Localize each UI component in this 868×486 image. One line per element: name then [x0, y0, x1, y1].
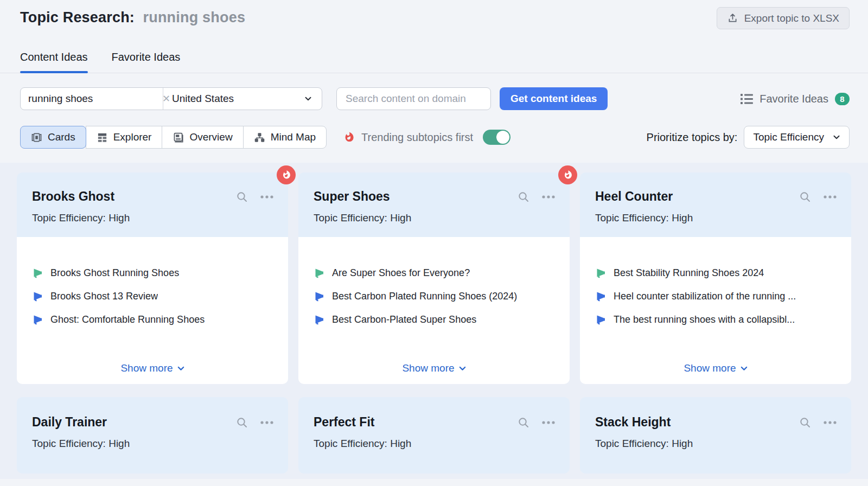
list-icon: [741, 93, 753, 105]
headline-text: Are Super Shoes for Everyone?: [332, 267, 470, 279]
headline-item[interactable]: Best Carbon-Plated Super Shoes: [314, 314, 556, 325]
show-more-link[interactable]: Show more: [402, 362, 467, 374]
view-overview-button[interactable]: Overview: [162, 126, 243, 149]
headline-item[interactable]: Brooks Ghost 13 Review: [32, 291, 274, 302]
search-filter-row: ✕ United States Get content ideas Favori…: [20, 87, 850, 110]
megaphone-icon: [314, 291, 325, 302]
trending-subtopics-toggle[interactable]: [483, 130, 510, 145]
view-cards-label: Cards: [48, 131, 75, 143]
megaphone-icon: [595, 291, 607, 302]
search-icon[interactable]: [518, 191, 529, 203]
show-more-label: Show more: [120, 362, 173, 374]
chevron-down-icon: [303, 94, 313, 104]
topic-query-input[interactable]: [28, 93, 161, 105]
headline-item[interactable]: Best Stability Running Shoes 2024: [595, 267, 837, 279]
flame-icon: [343, 131, 355, 143]
page-header: Topic Research: running shoes Export top…: [0, 0, 868, 29]
trending-subtopics-control: Trending subtopics first: [343, 130, 510, 145]
card-title: Brooks Ghost: [32, 189, 114, 204]
topic-cards-area: Brooks Ghost Topic Efficiency: High Broo…: [0, 163, 868, 479]
search-icon[interactable]: [236, 417, 248, 429]
card-title: Perfect Fit: [314, 415, 374, 430]
card-header: Daily Trainer Topic Efficiency: High: [17, 397, 288, 474]
cards-view-icon: [31, 132, 42, 143]
card-title: Stack Height: [595, 415, 671, 430]
headline-item[interactable]: Are Super Shoes for Everyone?: [314, 267, 556, 279]
topic-card-super-shoes: Super Shoes Topic Efficiency: High Are S…: [298, 172, 570, 384]
view-controls-row: Cards Explorer Overview Mind: [20, 126, 850, 149]
view-explorer-button[interactable]: Explorer: [86, 126, 163, 149]
headline-item[interactable]: The best running shoes with a collapsibl…: [595, 314, 837, 325]
overview-view-icon: [173, 132, 184, 143]
explorer-view-icon: [97, 132, 108, 143]
more-menu-icon[interactable]: [823, 420, 837, 425]
card-header: Stack Height Topic Efficiency: High: [580, 397, 851, 474]
topic-card-stack-height: Stack Height Topic Efficiency: High: [580, 397, 851, 474]
card-title: Daily Trainer: [32, 415, 107, 430]
megaphone-icon: [595, 314, 607, 325]
view-mindmap-button[interactable]: Mind Map: [243, 126, 327, 149]
headline-text: Brooks Ghost 13 Review: [50, 291, 158, 302]
search-icon[interactable]: [518, 417, 529, 429]
more-menu-icon[interactable]: [823, 195, 837, 199]
headline-text: Best Carbon-Plated Super Shoes: [332, 314, 476, 325]
topic-efficiency: Topic Efficiency: High: [32, 212, 274, 224]
topic-card-daily-trainer: Daily Trainer Topic Efficiency: High: [17, 397, 288, 474]
more-menu-icon[interactable]: [260, 420, 274, 425]
chevron-down-icon: [176, 364, 186, 373]
get-content-ideas-button[interactable]: Get content ideas: [500, 87, 608, 110]
favorite-ideas-label: Favorite Ideas: [760, 93, 828, 105]
topic-efficiency: Topic Efficiency: High: [595, 438, 837, 450]
card-title: Super Shoes: [314, 189, 390, 204]
topic-card-heel-counter: Heel Counter Topic Efficiency: High Best…: [580, 172, 851, 384]
view-overview-label: Overview: [189, 131, 232, 143]
trending-fire-badge: [277, 165, 296, 184]
search-icon[interactable]: [799, 191, 811, 203]
megaphone-icon: [314, 267, 325, 279]
prioritize-select[interactable]: Topic Efficiency: [744, 126, 850, 149]
favorite-ideas-link[interactable]: Favorite Ideas 8: [741, 93, 850, 105]
show-more-link[interactable]: Show more: [684, 362, 748, 374]
topic-efficiency: Topic Efficiency: High: [314, 438, 556, 450]
topic-efficiency: Topic Efficiency: High: [314, 212, 556, 224]
search-icon[interactable]: [799, 417, 811, 429]
card-body: Best Stability Running Shoes 2024 Heel c…: [580, 237, 851, 384]
search-icon[interactable]: [236, 191, 248, 203]
tabs-bar: Content Ideas Favorite Ideas: [0, 51, 868, 73]
page-title: Topic Research: running shoes: [20, 7, 245, 26]
chevron-down-icon: [832, 132, 841, 142]
show-more-label: Show more: [684, 362, 736, 374]
country-select-value: United States: [172, 93, 234, 105]
card-header: Heel Counter Topic Efficiency: High: [580, 172, 851, 237]
headline-item[interactable]: Brooks Ghost Running Shoes: [32, 267, 274, 279]
export-xlsx-button[interactable]: Export topic to XLSX: [717, 7, 850, 29]
country-select[interactable]: United States: [163, 88, 322, 110]
card-header: Super Shoes Topic Efficiency: High: [298, 172, 570, 237]
tab-content-ideas[interactable]: Content Ideas: [20, 51, 88, 73]
headline-item[interactable]: Heel counter stabilization of the runnin…: [595, 291, 837, 302]
prioritize-select-value: Topic Efficiency: [753, 131, 824, 143]
more-menu-icon[interactable]: [541, 195, 556, 199]
show-more-label: Show more: [402, 362, 454, 374]
domain-search-input[interactable]: [336, 87, 491, 110]
view-cards-button[interactable]: Cards: [20, 126, 86, 149]
toggle-knob: [496, 131, 509, 144]
headline-item[interactable]: Best Carbon Plated Running Shoes (2024): [314, 291, 556, 302]
card-title: Heel Counter: [595, 189, 673, 204]
headline-item[interactable]: Ghost: Comfortable Running Shoes: [32, 314, 274, 325]
megaphone-icon: [314, 314, 325, 325]
show-more-link[interactable]: Show more: [120, 362, 185, 374]
megaphone-icon: [32, 267, 43, 279]
card-body: Brooks Ghost Running Shoes Brooks Ghost …: [17, 237, 288, 384]
prioritize-control: Prioritize topics by: Topic Efficiency: [647, 126, 850, 149]
topic-cards-row-2: Daily Trainer Topic Efficiency: High Per…: [17, 397, 851, 474]
more-menu-icon[interactable]: [541, 420, 556, 425]
card-header: Perfect Fit Topic Efficiency: High: [298, 397, 570, 474]
headline-text: Best Stability Running Shoes 2024: [614, 267, 764, 279]
more-menu-icon[interactable]: [260, 195, 274, 199]
topic-efficiency: Topic Efficiency: High: [595, 212, 837, 224]
headline-text: Brooks Ghost Running Shoes: [50, 267, 179, 279]
tab-favorite-ideas[interactable]: Favorite Ideas: [112, 51, 181, 73]
page-title-label: Topic Research:: [20, 9, 135, 25]
query-box: ✕: [21, 88, 163, 110]
